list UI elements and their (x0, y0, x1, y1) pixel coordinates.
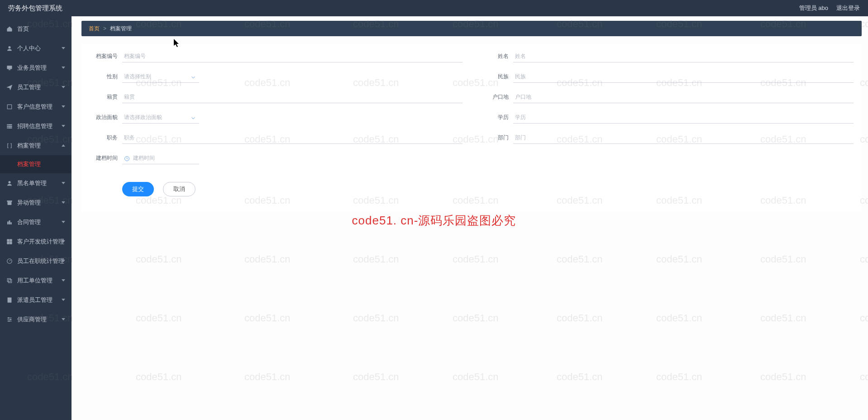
label-gender: 性别 (90, 73, 122, 81)
svg-rect-2 (9, 69, 10, 70)
sidebar-item-label: 异动管理 (17, 199, 41, 207)
sidebar-item-label: 客户信息管理 (17, 103, 52, 111)
sidebar-item-6[interactable]: 档案管理 (0, 136, 72, 155)
breadcrumb: 首页 > 档案管理 (81, 21, 862, 36)
sidebar-item-label: 供应商管理 (17, 315, 47, 324)
field-education: 学历 (481, 107, 854, 128)
label-file-no: 档案编号 (90, 52, 122, 60)
field-created: 建档时间 (90, 148, 463, 168)
svg-rect-23 (9, 279, 12, 282)
svg-rect-5 (9, 124, 12, 125)
label-name: 姓名 (481, 52, 513, 60)
svg-rect-17 (10, 239, 12, 241)
grid-icon (6, 239, 13, 245)
sidebar-item-2[interactable]: 业务员管理 (0, 58, 72, 77)
label-politics: 政治面貌 (90, 114, 122, 121)
copy-icon (6, 277, 13, 284)
svg-point-29 (10, 319, 11, 320)
submit-button[interactable]: 提交 (122, 182, 154, 196)
sidebar-item-8[interactable]: 异动管理 (0, 193, 72, 212)
sidebar-item-label: 派遣员工管理 (17, 296, 52, 304)
cancel-button[interactable]: 取消 (163, 182, 196, 196)
watermark-main: code51. cn-源码乐园盗图必究 (352, 213, 516, 229)
field-file-no: 档案编号 (90, 46, 463, 67)
label-hukou: 户口地 (481, 93, 513, 101)
sidebar-item-13[interactable]: 派遣员工管理 (0, 290, 72, 310)
sidebar-item-10[interactable]: 客户开发统计管理 (0, 232, 72, 251)
input-name[interactable] (513, 50, 854, 62)
sidebar-item-0[interactable]: 首页 (0, 19, 72, 38)
sidebar-item-3[interactable]: 员工管理 (0, 77, 72, 97)
list-icon (6, 123, 13, 129)
field-gender: 性别 (90, 67, 463, 87)
input-position[interactable] (122, 132, 463, 144)
field-origin: 籍贯 (90, 87, 463, 107)
sidebar-item-1[interactable]: 个人中心 (0, 38, 72, 58)
svg-rect-14 (9, 220, 10, 224)
gauge-icon (6, 258, 13, 264)
input-education[interactable] (513, 111, 854, 124)
svg-point-0 (9, 46, 11, 48)
field-politics: 政治面貌 (90, 107, 463, 128)
select-gender[interactable] (122, 71, 199, 83)
svg-rect-9 (9, 127, 12, 128)
svg-point-30 (9, 320, 10, 321)
input-created[interactable] (122, 152, 199, 164)
sidebar-item-11[interactable]: 员工在职统计管理 (0, 251, 72, 271)
monitor-icon (6, 65, 13, 71)
user-icon (6, 45, 13, 52)
breadcrumb-current: 档案管理 (110, 25, 132, 33)
sidebar-item-label: 合同管理 (17, 218, 41, 226)
breadcrumb-home[interactable]: 首页 (89, 25, 100, 33)
label-ethnicity: 民族 (481, 73, 513, 81)
field-name: 姓名 (481, 46, 854, 67)
sidebar-item-12[interactable]: 用工单位管理 (0, 271, 72, 290)
field-department: 部门 (481, 128, 854, 148)
input-origin[interactable] (122, 91, 463, 103)
sidebar-item-label: 个人中心 (17, 44, 41, 52)
sidebar-item-label: 用工单位管理 (17, 277, 52, 285)
sidebar: 首页个人中心业务员管理员工管理客户信息管理招聘信息管理档案管理档案管理黑名单管理… (0, 16, 72, 420)
select-politics[interactable] (122, 111, 199, 124)
sidebar-item-label: 员工在职统计管理 (17, 257, 64, 265)
sidebar-item-4[interactable]: 客户信息管理 (0, 97, 72, 116)
svg-rect-4 (7, 124, 8, 125)
field-position: 职务 (90, 128, 463, 148)
app-header: 劳务外包管理系统 管理员 abo 退出登录 (0, 0, 868, 16)
header-admin-link[interactable]: 管理员 abo (799, 4, 828, 12)
sidebar-item-label: 黑名单管理 (17, 179, 47, 187)
svg-rect-1 (7, 66, 12, 69)
sidebar-item-label: 业务员管理 (17, 64, 47, 72)
app-title: 劳务外包管理系统 (8, 4, 62, 13)
sidebar-item-14[interactable]: 供应商管理 (0, 310, 72, 329)
sidebar-item-label: 首页 (17, 25, 29, 33)
bar-icon (6, 219, 13, 225)
form-card: 档案编号 姓名 性别 (81, 44, 862, 212)
sidebar-item-label: 客户开发统计管理 (17, 238, 64, 246)
svg-rect-16 (7, 239, 10, 241)
label-position: 职务 (90, 134, 122, 142)
input-hukou[interactable] (513, 91, 854, 103)
svg-rect-24 (8, 297, 11, 302)
svg-rect-19 (10, 242, 12, 244)
svg-line-21 (10, 260, 10, 261)
svg-rect-6 (7, 126, 8, 127)
sliders-icon (6, 316, 13, 323)
svg-rect-22 (7, 278, 10, 282)
svg-rect-18 (7, 242, 10, 244)
input-file-no[interactable] (122, 50, 463, 62)
sidebar-item-7[interactable]: 黑名单管理 (0, 173, 72, 193)
home-icon (6, 26, 13, 32)
building-icon (6, 297, 13, 303)
sidebar-item-label: 招聘信息管理 (17, 122, 52, 130)
breadcrumb-sep: > (103, 25, 106, 32)
sidebar-item-5[interactable]: 招聘信息管理 (0, 116, 72, 136)
sidebar-item-9[interactable]: 合同管理 (0, 212, 72, 232)
send-icon (6, 84, 13, 91)
sidebar-sub-6-0[interactable]: 档案管理 (0, 155, 72, 173)
person-icon (6, 180, 13, 186)
svg-rect-11 (7, 200, 12, 201)
input-department[interactable] (513, 132, 854, 144)
header-logout-link[interactable]: 退出登录 (836, 4, 860, 12)
input-ethnicity[interactable] (513, 71, 854, 83)
